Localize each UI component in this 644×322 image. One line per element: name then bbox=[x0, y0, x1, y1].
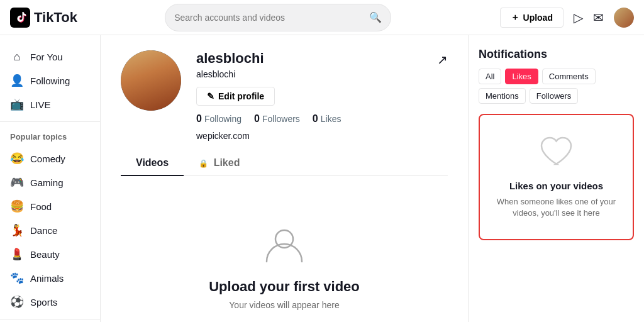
sidebar-label-gaming: Gaming bbox=[30, 177, 64, 188]
likes-label: Likes bbox=[321, 114, 341, 124]
popular-topics-title: Popular topics bbox=[0, 127, 100, 147]
notif-tab-comments[interactable]: Comments bbox=[542, 69, 596, 84]
user-avatar[interactable] bbox=[614, 8, 634, 28]
tiktok-logo-icon bbox=[10, 8, 30, 28]
profile-tabs: Videos 🔒 Liked bbox=[121, 151, 448, 176]
empty-avatar-icon bbox=[262, 221, 307, 269]
share-button[interactable]: ↗ bbox=[437, 52, 448, 67]
followers-label: Followers bbox=[262, 114, 300, 124]
profile-header: alesblochi ↗ alesblochi ✎ Edit profile 0… bbox=[121, 50, 448, 141]
notif-tab-mentions[interactable]: Mentions bbox=[479, 88, 526, 104]
profile-handle: alesblochi bbox=[196, 69, 448, 79]
profile-stats: 0 Following 0 Followers 0 Likes bbox=[196, 113, 448, 125]
sports-icon: ⚽ bbox=[10, 295, 24, 309]
search-icon: 🔍 bbox=[369, 11, 382, 23]
inbox-icon[interactable]: ✉ bbox=[593, 10, 604, 25]
logo[interactable]: TikTok bbox=[10, 8, 111, 28]
gaming-icon: 🎮 bbox=[10, 175, 24, 189]
search-bar[interactable]: 🔍 bbox=[165, 4, 391, 31]
heart-icon bbox=[539, 135, 574, 173]
profile-avatar bbox=[121, 50, 181, 111]
search-input[interactable] bbox=[174, 13, 369, 23]
sidebar-label-food: Food bbox=[30, 201, 52, 212]
profile-info: alesblochi ↗ alesblochi ✎ Edit profile 0… bbox=[196, 50, 448, 141]
tab-videos-label: Videos bbox=[136, 157, 169, 168]
sidebar-item-food[interactable]: 🍔 Food bbox=[0, 194, 100, 218]
edit-icon: ✎ bbox=[207, 91, 214, 101]
logo-text: TikTok bbox=[34, 9, 77, 26]
dance-icon: 💃 bbox=[10, 223, 24, 237]
sidebar-label-beauty: Beauty bbox=[30, 249, 60, 260]
empty-sub: Your videos will appear here bbox=[229, 300, 339, 310]
comedy-icon: 😂 bbox=[10, 152, 24, 165]
sidebar-item-comedy[interactable]: 😂 Comedy bbox=[0, 147, 100, 170]
food-icon: 🍔 bbox=[10, 199, 24, 213]
send-icon[interactable]: ▷ bbox=[574, 10, 583, 25]
upload-label: Upload bbox=[523, 13, 553, 23]
notifications-title: Notifications bbox=[479, 48, 634, 61]
notif-tab-followers[interactable]: Followers bbox=[530, 88, 579, 104]
sidebar-divider bbox=[0, 121, 100, 122]
sidebar-item-live[interactable]: 📺 LIVE bbox=[0, 92, 100, 116]
notif-card-title: Likes on your videos bbox=[509, 180, 603, 191]
nav-right: ＋ Upload ▷ ✉ bbox=[500, 8, 634, 28]
sidebar-item-sports[interactable]: ⚽ Sports bbox=[0, 290, 100, 314]
top-navigation: TikTok 🔍 ＋ Upload ▷ ✉ bbox=[0, 0, 644, 35]
sidebar-label-animals: Animals bbox=[30, 273, 64, 284]
sidebar-divider-2 bbox=[0, 319, 100, 319]
sidebar-label-following: Following bbox=[30, 75, 70, 86]
notifications-tabs: All Likes Comments Mentions Followers bbox=[479, 69, 634, 104]
profile-actions: ✎ Edit profile bbox=[196, 87, 448, 106]
notif-card-sub: When someone likes one of your videos, y… bbox=[490, 196, 623, 219]
edit-profile-label: Edit profile bbox=[218, 91, 264, 101]
sidebar-item-beauty[interactable]: 💄 Beauty bbox=[0, 242, 100, 266]
empty-title: Upload your first video bbox=[209, 279, 360, 295]
tab-liked-label: Liked bbox=[214, 157, 240, 168]
sidebar-label-comedy: Comedy bbox=[30, 153, 65, 164]
notifications-panel: Notifications All Likes Comments Mention… bbox=[468, 35, 644, 322]
animals-icon: 🐾 bbox=[10, 271, 24, 285]
tab-videos[interactable]: Videos bbox=[121, 151, 184, 176]
edit-profile-button[interactable]: ✎ Edit profile bbox=[196, 87, 275, 106]
empty-state: Upload your first video Your videos will… bbox=[121, 191, 448, 322]
sidebar: ⌂ For You 👤 Following 📺 LIVE Popular top… bbox=[0, 35, 101, 322]
lock-icon: 🔒 bbox=[199, 159, 208, 168]
sidebar-item-dance[interactable]: 💃 Dance bbox=[0, 218, 100, 242]
plus-icon: ＋ bbox=[511, 12, 519, 23]
sidebar-label-for-you: For You bbox=[30, 52, 63, 62]
following-stat: 0 Following bbox=[196, 113, 242, 125]
live-icon: 📺 bbox=[10, 97, 24, 111]
sidebar-item-gaming[interactable]: 🎮 Gaming bbox=[0, 170, 100, 194]
notifications-card: Likes on your videos When someone likes … bbox=[479, 114, 634, 240]
following-count: 0 bbox=[196, 113, 202, 125]
notif-tab-likes[interactable]: Likes bbox=[505, 69, 538, 84]
sidebar-label-dance: Dance bbox=[30, 225, 57, 236]
main-layout: ⌂ For You 👤 Following 📺 LIVE Popular top… bbox=[0, 35, 644, 322]
tab-liked[interactable]: 🔒 Liked bbox=[184, 151, 255, 176]
likes-stat: 0 Likes bbox=[313, 113, 341, 125]
sidebar-main-nav: ⌂ For You 👤 Following 📺 LIVE bbox=[0, 45, 100, 116]
notif-tab-all[interactable]: All bbox=[479, 69, 501, 84]
profile-website[interactable]: wepicker.com bbox=[196, 131, 448, 141]
followers-count: 0 bbox=[254, 113, 260, 125]
following-label: Following bbox=[204, 114, 242, 124]
beauty-icon: 💄 bbox=[10, 247, 24, 261]
likes-count: 0 bbox=[313, 113, 318, 125]
main-content: alesblochi ↗ alesblochi ✎ Edit profile 0… bbox=[101, 35, 468, 322]
sidebar-item-following[interactable]: 👤 Following bbox=[0, 69, 100, 92]
following-icon: 👤 bbox=[10, 74, 24, 87]
home-icon: ⌂ bbox=[10, 50, 24, 64]
sidebar-item-animals[interactable]: 🐾 Animals bbox=[0, 266, 100, 290]
upload-button[interactable]: ＋ Upload bbox=[500, 8, 564, 28]
sidebar-item-for-you[interactable]: ⌂ For You bbox=[0, 45, 100, 69]
profile-username: alesblochi bbox=[196, 50, 264, 67]
sidebar-label-sports: Sports bbox=[30, 297, 57, 308]
sidebar-label-live: LIVE bbox=[30, 99, 51, 110]
followers-stat: 0 Followers bbox=[254, 113, 300, 125]
